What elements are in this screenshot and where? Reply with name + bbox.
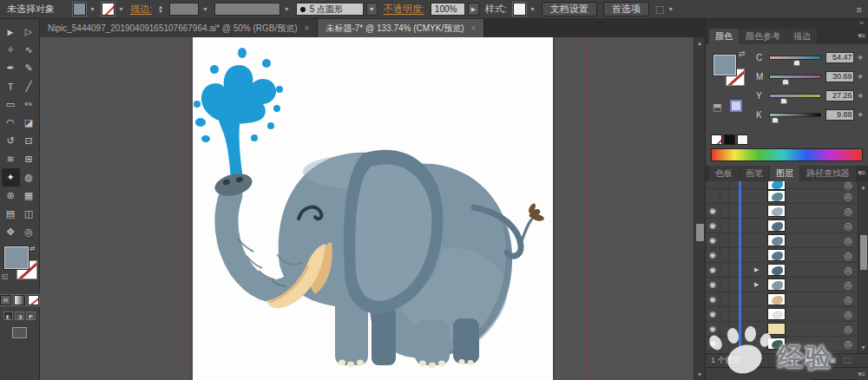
hand-tool[interactable]: ✥ xyxy=(2,223,20,241)
tab-color-guide[interactable]: 颜色参考 xyxy=(740,29,786,44)
layer-row[interactable]: ◉ ◎ xyxy=(706,337,868,351)
gradient-mode-button[interactable] xyxy=(14,295,25,305)
draw-behind-button[interactable]: ◨ xyxy=(15,311,24,320)
color-swap-icon[interactable]: ⇄ xyxy=(739,49,746,58)
visibility-eye-icon[interactable]: ◉ xyxy=(706,233,720,247)
swap-fill-stroke-icon[interactable]: ⇄ xyxy=(30,245,36,252)
swatch-none[interactable] xyxy=(711,134,722,145)
opacity-expand-button[interactable]: ▶ xyxy=(468,3,479,16)
layer-thumbnail[interactable] xyxy=(767,308,786,320)
tab-brushes[interactable]: 画笔 xyxy=(740,166,769,181)
pencil-tool[interactable]: ◠ xyxy=(2,114,20,132)
layers-scroll-down-icon[interactable]: ▼ xyxy=(858,342,868,353)
stroke-weight-dropdown-icon[interactable]: ▼ xyxy=(202,6,208,12)
layer-row[interactable]: ◉ ◎ xyxy=(706,248,868,263)
stroke-panel-link[interactable]: 描边: xyxy=(130,3,152,16)
color-mode-button[interactable] xyxy=(0,295,11,305)
layer-thumbnail[interactable] xyxy=(767,190,786,202)
visibility-eye-icon[interactable]: ◉ xyxy=(706,307,720,321)
expand-triangle-icon[interactable]: ▶ xyxy=(754,281,759,288)
layer-target-icon[interactable]: ◎ xyxy=(844,221,852,230)
width-profile-dropdown-icon[interactable]: ▼ xyxy=(284,6,290,12)
layer-target-icon[interactable]: ◎ xyxy=(844,295,852,304)
draw-normal-button[interactable]: ◧ xyxy=(3,311,13,320)
layer-target-icon[interactable]: ◎ xyxy=(844,310,852,318)
scrollbar-thumb[interactable] xyxy=(696,224,704,241)
column-graph-tool[interactable]: ▦ xyxy=(20,187,38,205)
visibility-eye-icon[interactable] xyxy=(706,181,720,188)
document-tab-1[interactable]: Nipic_5444097_20190409165107667964.ai* @… xyxy=(40,19,318,37)
swatch-black[interactable] xyxy=(724,134,735,145)
opacity-field[interactable]: 100% xyxy=(431,3,465,16)
layer-row[interactable]: ◉ ◎ xyxy=(706,322,868,337)
fill-dropdown-icon[interactable]: ▼ xyxy=(89,6,95,12)
pen-tool[interactable]: ✒ xyxy=(2,59,20,77)
layer-target-icon[interactable]: ◎ xyxy=(844,236,852,245)
layer-row[interactable]: ◉ ◎ xyxy=(706,219,868,233)
layer-thumbnail[interactable] xyxy=(767,337,786,350)
scale-tool[interactable]: ⊡ xyxy=(20,132,38,150)
slice-tool[interactable]: ◫ xyxy=(20,205,38,223)
layer-thumbnail[interactable] xyxy=(767,264,786,276)
layer-thumbnail[interactable] xyxy=(767,323,786,335)
collapse-panels-icon[interactable]: « xyxy=(860,19,864,27)
visibility-eye-icon[interactable]: ◉ xyxy=(706,278,720,292)
visibility-eye-icon[interactable]: ◉ xyxy=(706,204,720,218)
layer-row[interactable]: ◉ ◎ xyxy=(706,233,868,248)
eyedropper-tool[interactable]: ✦ xyxy=(2,168,20,187)
swatch-white[interactable] xyxy=(737,134,748,145)
type-tool[interactable]: T xyxy=(2,77,20,95)
width-profile-select[interactable] xyxy=(214,3,280,16)
direct-selection-tool[interactable]: ▷ xyxy=(20,23,38,41)
layer-target-icon[interactable]: ◎ xyxy=(844,251,852,259)
free-transform-tool[interactable]: ⊞ xyxy=(20,150,38,168)
out-of-gamut-swatch[interactable] xyxy=(730,100,742,112)
artboard[interactable] xyxy=(193,37,553,380)
fill-color-swatch[interactable] xyxy=(73,3,86,16)
screen-mode-button[interactable] xyxy=(12,327,27,338)
draw-inside-button[interactable]: ◩ xyxy=(26,311,36,320)
tab-swatches[interactable]: 色板 xyxy=(709,166,739,181)
stroke-dropdown-icon[interactable]: ▼ xyxy=(118,6,124,12)
zoom-tool[interactable]: ◎ xyxy=(20,223,38,241)
document-tab-2[interactable]: 未标题-7* @ 133.74% (CMYK/预览) × xyxy=(318,19,484,37)
web-color-cube-icon[interactable]: ⬒ xyxy=(713,102,721,113)
tab-layers[interactable]: 图层 xyxy=(770,166,799,181)
layer-row[interactable]: ◉ ◎ xyxy=(706,204,868,219)
selection-tool[interactable]: ► xyxy=(2,23,20,41)
expand-triangle-icon[interactable]: ▶ xyxy=(754,266,759,273)
curvature-tool[interactable]: ✎ xyxy=(20,59,38,77)
stroke-weight-field[interactable] xyxy=(169,3,199,16)
style-dropdown-icon[interactable]: ▼ xyxy=(529,6,536,12)
stroke-color-swatch[interactable] xyxy=(102,3,115,16)
layer-target-icon[interactable]: ◎ xyxy=(844,192,852,200)
delete-layer-icon[interactable]: ⬚ xyxy=(843,356,851,365)
tab-color[interactable]: 颜色 xyxy=(709,29,739,44)
lasso-tool[interactable]: ∿ xyxy=(20,41,38,59)
magic-wand-tool[interactable]: ✧ xyxy=(2,41,20,59)
layer-target-icon[interactable]: ◎ xyxy=(844,280,852,289)
canvas-vertical-scrollbar[interactable]: ▲ ▼ xyxy=(694,37,705,380)
make-clipping-mask-icon[interactable]: ◨ xyxy=(801,356,809,365)
document-tab-2-close-icon[interactable]: × xyxy=(471,23,477,33)
new-sublayer-icon[interactable]: ⊞ xyxy=(815,356,822,365)
layer-target-icon[interactable]: ◎ xyxy=(844,181,852,189)
layer-thumbnail[interactable] xyxy=(767,205,786,217)
color-panel-menu-icon[interactable]: ▾≡ xyxy=(858,31,865,40)
paintbrush-tool[interactable]: ✏ xyxy=(20,95,38,114)
rectangle-tool[interactable]: ▭ xyxy=(2,95,20,114)
canvas-area[interactable]: ▲ ▼ xyxy=(40,37,705,380)
new-layer-icon[interactable]: ▣ xyxy=(829,356,837,365)
visibility-eye-icon[interactable] xyxy=(706,189,720,203)
layer-row[interactable]: ◉ ◎ xyxy=(706,307,868,322)
layer-row[interactable]: ◉ ▶ ◎ xyxy=(706,263,868,278)
none-mode-button[interactable] xyxy=(28,295,39,305)
opacity-panel-link[interactable]: 不透明度: xyxy=(384,3,424,16)
visibility-eye-icon[interactable]: ◉ xyxy=(706,248,720,262)
layer-row[interactable]: ◉ ▶ ◎ xyxy=(706,278,868,292)
select-similar-icon[interactable]: ⬚ xyxy=(655,3,664,15)
layer-thumbnail[interactable] xyxy=(767,234,786,246)
locate-object-icon[interactable]: ⌕ xyxy=(790,356,794,365)
preferences-button[interactable]: 首选项 xyxy=(603,2,649,16)
visibility-eye-icon[interactable]: ◉ xyxy=(706,292,720,306)
